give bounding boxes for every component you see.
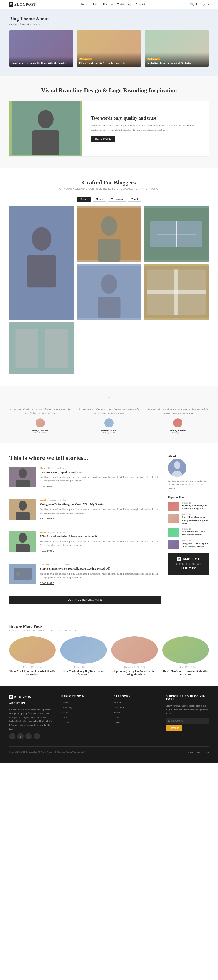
nav-home[interactable]: Home: [81, 3, 88, 6]
testimonial-2-text: It is an essential part of my process, h…: [78, 407, 140, 415]
story-read-3: 3 mins: [60, 531, 66, 534]
browse-card-3[interactable]: Business · 2021-12-16 Stop Feeling Sorry…: [111, 636, 158, 677]
cat-link-5[interactable]: Lifestyle: [113, 721, 122, 724]
browse-card-text-1: Money · 2021-12-16 There Must Be a Limit…: [9, 666, 56, 677]
popular-date-3: 2021-12-16: [182, 528, 209, 530]
nav-logo[interactable]: B BLOGPOST: [9, 2, 36, 6]
hero-card-2[interactable]: Technology Eleven Short Rules to Access …: [77, 30, 141, 67]
footer-nav-home[interactable]: Home: [188, 751, 193, 753]
footer-nav-contact[interactable]: Contact: [202, 751, 209, 753]
hero-card-3-title: Australians Bring the Worst of Big Techs: [147, 61, 207, 64]
story-read-more-4[interactable]: READ MORE: [40, 582, 54, 584]
testimonial-1: It is an essential part of my process, h…: [9, 407, 71, 434]
browse-date-2: 2021-12-16: [82, 666, 93, 668]
explore-link-5[interactable]: Lifestyle: [61, 721, 70, 724]
browse-date-3: 2021-12-16: [134, 666, 145, 668]
logo-box: B: [9, 2, 13, 6]
browse-card-1[interactable]: Money · 2021-12-16 There Must Be a Limit…: [9, 636, 56, 677]
explore-link-4[interactable]: Travel: [61, 716, 67, 719]
facebook-icon[interactable]: f: [196, 3, 197, 6]
tag-money[interactable]: Money: [93, 197, 106, 202]
instagram-social-icon[interactable]: ig: [17, 733, 24, 740]
crafted-grid-item-3[interactable]: [144, 206, 209, 262]
testimonial-2: It is an essential part of my process, h…: [78, 407, 140, 434]
crafted-section: Crafted For Bloggers PUT YOUR AWESOME SU…: [0, 168, 218, 386]
quote-icon: ": [9, 395, 209, 402]
search-icon[interactable]: 🔍: [190, 3, 194, 6]
hero-card-1[interactable]: Going on a Drive Along the Coast With My…: [9, 30, 73, 67]
continue-reading-button[interactable]: CONTINUE READING MORE: [9, 596, 161, 604]
pinterest-social-icon[interactable]: p: [25, 733, 32, 740]
twitter-social-icon[interactable]: t: [9, 733, 16, 740]
tag-technology[interactable]: Technology: [108, 197, 126, 202]
cat-link-2[interactable]: Technology: [113, 706, 124, 709]
twitter-icon[interactable]: t: [199, 3, 200, 6]
footer-subscribe-text: Enter your email address to subscribe to…: [166, 704, 209, 716]
svg-point-1: [38, 110, 54, 128]
footer-top: B BLOGPOST About us Welcome back I can g…: [9, 695, 209, 740]
story-read-more-2[interactable]: READ MORE: [40, 517, 54, 520]
story-text-3: Sed libero enim sed faucibus turpis in. …: [40, 540, 161, 547]
browse-cat-1: Money: [23, 666, 29, 668]
story-content-3: Travel · 2021-12-08 | 3 mins Why I trave…: [40, 531, 161, 552]
crafted-grid-item-5[interactable]: [144, 264, 209, 320]
story-read-4: 3 mins: [63, 564, 69, 566]
browse-card-2[interactable]: Money · 2021-12-16 How Much Money Big Te…: [60, 636, 107, 677]
popular-content-3: 2021-12-16 Why I travel and what I have …: [182, 528, 209, 536]
cat-link-3[interactable]: Business: [113, 711, 122, 714]
crafted-grid-item-1[interactable]: [9, 206, 74, 320]
pinterest-icon[interactable]: p: [207, 3, 209, 6]
browse-card-title-4: Don't Plan Your Dreams for 6 Months, Jus…: [162, 669, 209, 677]
popular-post-3: 2021-12-16 Why I travel and what I have …: [168, 528, 209, 537]
hero-card-2-category: Technology: [79, 57, 92, 60]
nav-links: Home Blog Fashion Technology Contact: [81, 3, 145, 6]
svg-point-24: [19, 468, 27, 478]
explore-link-1[interactable]: Fashion: [61, 702, 68, 704]
nav-technology[interactable]: Technology: [117, 3, 131, 6]
testimonial-1-avatar: [36, 418, 45, 428]
browse-card-4[interactable]: Lifestyle · 2021-12-16 Don't Plan Your D…: [162, 636, 209, 677]
footer-category-title: Category: [113, 695, 157, 698]
story-meta-3: Travel · 2021-12-08 | 3 mins: [40, 531, 161, 534]
aside-avatar: [168, 459, 186, 477]
svg-point-27: [19, 501, 27, 511]
svg-rect-5: [27, 255, 56, 288]
facebook-social-icon[interactable]: f: [33, 733, 40, 740]
testimonial-3-name: Rodney Conner: [147, 429, 209, 431]
story-card-1: Money · 2021-12-16 | 3 mins Two words on…: [9, 467, 161, 494]
browse-cat-2: Money: [74, 666, 80, 668]
footer-nav-blog[interactable]: Blog: [196, 751, 200, 753]
subscribe-email-input[interactable]: [166, 718, 209, 724]
svg-rect-28: [16, 512, 30, 520]
instagram-icon[interactable]: ig: [202, 3, 205, 6]
footer-category-links: Fashion Technology Business Travel Lifes…: [113, 701, 157, 724]
crafted-grid-item-2[interactable]: [76, 206, 142, 262]
svg-point-30: [19, 533, 27, 543]
stories-section: This is where we tell stories... Money ·…: [0, 443, 218, 615]
stories-aside: About I'm Shawna, a girly girl and love …: [168, 454, 218, 604]
story-read-more-3[interactable]: READ MORE: [40, 550, 54, 552]
cat-link-1[interactable]: Fashion: [113, 702, 121, 704]
nav-fashion[interactable]: Fashion: [103, 3, 113, 6]
browse-title: Browse More Posts: [9, 624, 209, 629]
hero-card-3[interactable]: Technology Australians Bring the Worst o…: [145, 30, 209, 67]
branding-read-more-button[interactable]: READ MORE: [91, 136, 115, 142]
crafted-grid-item-4[interactable]: [76, 264, 142, 320]
nav-blog[interactable]: Blog: [93, 3, 98, 6]
tag-travel[interactable]: Travel: [128, 197, 141, 202]
explore-link-2[interactable]: Technology: [61, 706, 72, 709]
cat-link-4[interactable]: Travel: [113, 716, 119, 719]
browse-card-title-2: How Much Money Big Techs makes from Anti: [60, 669, 107, 677]
svg-rect-25: [16, 480, 30, 487]
tag-soccer[interactable]: Soccer: [77, 197, 91, 202]
story-thumb-4: [9, 564, 37, 584]
subscribe-button[interactable]: Subscribe: [166, 725, 182, 731]
crafted-grid-item-6[interactable]: [9, 323, 74, 374]
story-read-more-1[interactable]: READ MORE: [40, 485, 54, 488]
nav-contact[interactable]: Contact: [135, 3, 145, 6]
aside-popular: Popular Post 2021-12-16 Traveling With I…: [168, 496, 209, 549]
explore-link-3[interactable]: Business: [61, 711, 70, 714]
footer-brand: BLOGPOST: [14, 695, 33, 699]
story-card-3: Travel · 2021-12-08 | 3 mins Why I trave…: [9, 531, 161, 558]
story-title-2: Going on a Drive Along the Coast With My…: [40, 503, 161, 506]
